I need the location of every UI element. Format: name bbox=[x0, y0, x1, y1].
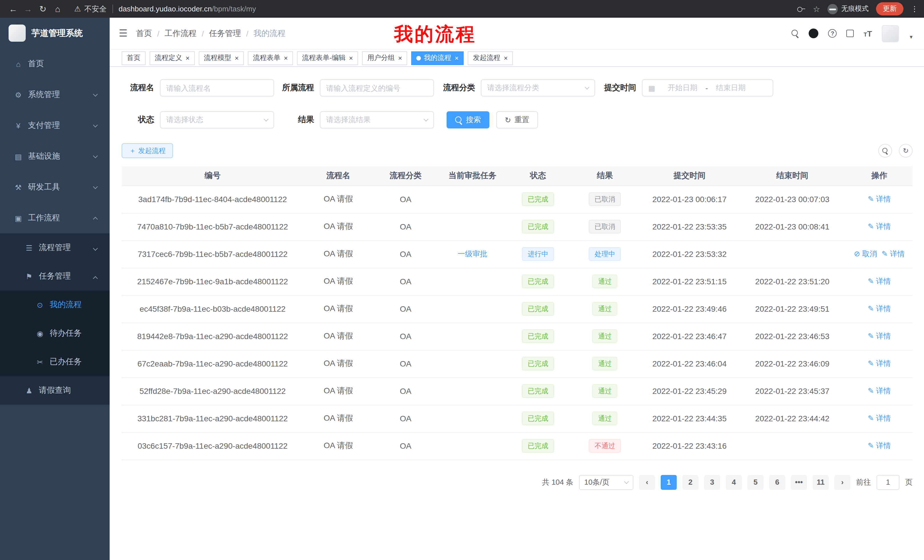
detail-button[interactable]: ✎ 详情 bbox=[868, 304, 891, 313]
detail-button[interactable]: ✎ 详情 bbox=[868, 414, 891, 422]
github-icon[interactable] bbox=[809, 28, 819, 38]
breadcrumb-item[interactable]: 首页 bbox=[136, 28, 152, 39]
sidebar-item-system-management[interactable]: ⚙ 系统管理 bbox=[0, 79, 110, 110]
filter-row-1: 流程名 所属流程 流程分类 请选择流程分类 bbox=[122, 79, 913, 96]
back-icon[interactable]: ← bbox=[6, 4, 21, 14]
security-indicator[interactable]: ⚠ 不安全 bbox=[74, 4, 106, 14]
prev-page-button[interactable]: ‹ bbox=[639, 475, 655, 490]
sidebar-item-todo-tasks[interactable]: ◉ 待办任务 bbox=[0, 319, 110, 347]
page-button-2[interactable]: 2 bbox=[682, 475, 698, 490]
tab-my-process[interactable]: 我的流程 × bbox=[411, 51, 464, 65]
chevron-down-icon bbox=[93, 154, 98, 159]
home-icon[interactable]: ⌂ bbox=[50, 4, 65, 14]
page-button-11[interactable]: 11 bbox=[813, 475, 829, 490]
status-select[interactable]: 请选择状态 bbox=[160, 111, 274, 129]
chevron-down-icon bbox=[93, 184, 98, 189]
bookmark-star-icon[interactable]: ☆ bbox=[813, 4, 820, 13]
tab-process-form-edit[interactable]: 流程表单-编辑 × bbox=[297, 51, 358, 65]
tab-start-process[interactable]: 发起流程 × bbox=[468, 51, 513, 65]
pagination: 共 104 条 10条/页 ‹ 1 2 3 4 5 6 ••• 11 › 前往 bbox=[122, 475, 913, 507]
detail-button[interactable]: ✎ 详情 bbox=[868, 277, 891, 285]
breadcrumb-separator: / bbox=[158, 29, 160, 38]
sidebar-item-leave-query[interactable]: ♟ 请假查询 bbox=[0, 376, 110, 405]
page-button-5[interactable]: 5 bbox=[747, 475, 764, 490]
table-row: ec45f38f-7b9a-11ec-b03b-acde48001122 OA … bbox=[122, 295, 913, 322]
cell-submit-time: 2022-01-22 23:45:29 bbox=[640, 377, 738, 405]
toggle-search-button[interactable] bbox=[878, 144, 892, 157]
close-icon[interactable]: × bbox=[504, 54, 508, 61]
sidebar-item-task-management[interactable]: ⚑ 任务管理 bbox=[0, 262, 110, 290]
result-select[interactable]: 请选择流结果 bbox=[320, 111, 434, 129]
detail-button[interactable]: ✎ 详情 bbox=[882, 250, 905, 258]
tab-label: 流程表单 bbox=[253, 53, 280, 63]
forward-icon[interactable]: → bbox=[21, 4, 35, 14]
tab-home[interactable]: 首页 bbox=[122, 51, 146, 65]
address-bar[interactable]: dashboard.yudao.iocoder.cn/bpm/task/my bbox=[118, 4, 256, 13]
search-icon[interactable] bbox=[792, 30, 799, 37]
close-icon[interactable]: × bbox=[235, 54, 239, 61]
process-definition-input[interactable] bbox=[326, 84, 428, 92]
flag-icon: ⚑ bbox=[24, 272, 34, 281]
cancel-icon: ⊘ bbox=[854, 250, 860, 258]
tags-view: 首页 流程定义 × 流程模型 × 流程表单 × 流程表单-编辑 × bbox=[110, 49, 924, 67]
detail-button[interactable]: ✎ 详情 bbox=[868, 195, 891, 203]
tab-process-form[interactable]: 流程表单 × bbox=[248, 51, 293, 65]
page-button-4[interactable]: 4 bbox=[726, 475, 742, 490]
sidebar-item-home[interactable]: ⌂ 首页 bbox=[0, 48, 110, 79]
reset-button[interactable]: ↻ 重置 bbox=[496, 111, 538, 129]
avatar[interactable] bbox=[882, 25, 899, 42]
workflow-submenu: ☰ 流程管理 ⚑ 任务管理 ⊙ 我的流程 ◉ 待办任务 bbox=[0, 234, 110, 405]
detail-button[interactable]: ✎ 详情 bbox=[868, 222, 891, 231]
close-icon[interactable]: × bbox=[284, 54, 288, 61]
date-range-picker[interactable]: ▦ 开始日期 - 结束日期 bbox=[642, 79, 773, 96]
font-size-icon[interactable]: TT bbox=[864, 28, 872, 39]
sidebar-toggle-icon[interactable]: ☰ bbox=[119, 27, 128, 39]
page-size-select[interactable]: 10条/页 bbox=[579, 475, 633, 490]
help-icon[interactable]: ? bbox=[828, 29, 837, 38]
search-button[interactable]: 搜索 bbox=[447, 111, 489, 129]
close-icon[interactable]: × bbox=[398, 54, 402, 61]
refresh-table-button[interactable]: ↻ bbox=[899, 144, 913, 157]
page-button-3[interactable]: 3 bbox=[704, 475, 720, 490]
filter-status: 状态 请选择状态 bbox=[122, 111, 274, 129]
chevron-down-icon bbox=[585, 85, 590, 90]
tab-process-model[interactable]: 流程模型 × bbox=[199, 51, 244, 65]
sidebar-item-dev-tools[interactable]: ⚒ 研发工具 bbox=[0, 172, 110, 203]
sidebar-item-label: 首页 bbox=[28, 59, 44, 69]
cancel-button[interactable]: ⊘ 取消 bbox=[854, 250, 877, 258]
close-icon[interactable]: × bbox=[349, 54, 353, 61]
close-icon[interactable]: × bbox=[454, 54, 459, 61]
category-select[interactable]: 请选择流程分类 bbox=[481, 79, 595, 96]
sidebar-item-payment-management[interactable]: ¥ 支付管理 bbox=[0, 110, 110, 141]
tab-process-definition[interactable]: 流程定义 × bbox=[150, 51, 195, 65]
sidebar-item-process-management[interactable]: ☰ 流程管理 bbox=[0, 234, 110, 262]
browser-menu-icon[interactable]: ⋮ bbox=[911, 4, 918, 13]
tab-user-group[interactable]: 用户分组 × bbox=[362, 51, 407, 65]
detail-button[interactable]: ✎ 详情 bbox=[868, 441, 891, 450]
detail-button[interactable]: ✎ 详情 bbox=[868, 386, 891, 395]
page-button-6[interactable]: 6 bbox=[769, 475, 785, 490]
sidebar-item-infrastructure[interactable]: ▤ 基础设施 bbox=[0, 141, 110, 172]
sidebar-item-workflow[interactable]: ▣ 工作流程 bbox=[0, 203, 110, 234]
cell-category: OA bbox=[373, 322, 438, 350]
goto-page-input[interactable] bbox=[877, 475, 900, 490]
detail-button[interactable]: ✎ 详情 bbox=[868, 359, 891, 368]
cell-actions: ✎ 详情 bbox=[846, 405, 913, 432]
process-name-input[interactable] bbox=[166, 84, 268, 92]
sidebar-item-my-process[interactable]: ⊙ 我的流程 bbox=[0, 290, 110, 319]
page-button-1[interactable]: 1 bbox=[661, 475, 677, 490]
reload-icon[interactable]: ↻ bbox=[35, 4, 50, 14]
more-pages-button[interactable]: ••• bbox=[791, 475, 807, 490]
key-icon[interactable] bbox=[798, 7, 806, 11]
detail-button[interactable]: ✎ 详情 bbox=[868, 332, 891, 340]
start-process-button[interactable]: ＋ 发起流程 bbox=[122, 143, 173, 158]
filter-result: 结果 请选择流结果 bbox=[280, 111, 434, 129]
fullscreen-icon[interactable] bbox=[847, 30, 854, 37]
update-button[interactable]: 更新 bbox=[876, 2, 903, 15]
logo[interactable]: 芋道管理系统 bbox=[0, 18, 110, 48]
next-page-button[interactable]: › bbox=[834, 475, 850, 490]
current-task-link[interactable]: 一级审批 bbox=[458, 250, 487, 258]
sidebar-item-done-tasks[interactable]: ✂ 已办任务 bbox=[0, 347, 110, 376]
close-icon[interactable]: × bbox=[186, 54, 190, 61]
caret-down-icon[interactable]: ▾ bbox=[910, 33, 913, 42]
